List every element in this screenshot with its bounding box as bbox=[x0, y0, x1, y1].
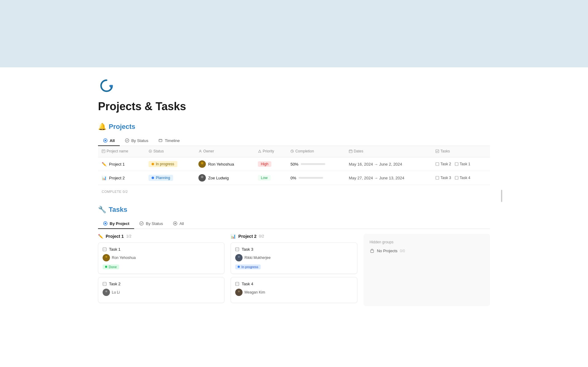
task3-avatar bbox=[235, 254, 243, 261]
tasks-column-project2-header: 📊 Project 2 0/2 bbox=[231, 234, 357, 239]
tab-all-tasks[interactable]: All bbox=[168, 219, 189, 229]
tab-by-status-tasks[interactable]: By Status bbox=[134, 219, 168, 229]
all-icon bbox=[103, 138, 108, 143]
tasks-col2-title: Project 2 bbox=[238, 234, 256, 239]
svg-rect-46 bbox=[236, 282, 239, 286]
projects-title: Projects bbox=[109, 123, 135, 131]
project2-emoji: 📊 bbox=[102, 176, 107, 180]
svg-rect-36 bbox=[103, 282, 106, 286]
svg-point-11 bbox=[200, 150, 201, 151]
page-title: Projects & Tasks bbox=[98, 100, 490, 113]
project1-avatar bbox=[198, 160, 206, 168]
table-row[interactable]: ✏️ Project 1 In progress bbox=[98, 157, 490, 171]
project2-dates: May 27, 2024 → June 13, 2024 bbox=[345, 171, 432, 185]
by-project-icon bbox=[103, 221, 108, 226]
project1-emoji: ✏️ bbox=[102, 162, 107, 167]
task2-owner: Lu Li bbox=[103, 289, 220, 296]
task3-status-row: In progress bbox=[235, 264, 352, 269]
tab-all-projects[interactable]: All bbox=[98, 136, 120, 146]
task-card-task4[interactable]: Task 4 Meagan Kim bbox=[231, 277, 357, 303]
tab-by-status-tasks-label: By Status bbox=[146, 221, 163, 226]
col-completion: Completion bbox=[287, 146, 345, 157]
task-card-task2[interactable]: Task 2 Lu Li bbox=[98, 277, 224, 303]
app-logo bbox=[98, 77, 115, 94]
svg-rect-21 bbox=[455, 163, 458, 166]
task3-name: Task 3 bbox=[242, 247, 253, 252]
scrollbar[interactable] bbox=[501, 190, 502, 202]
svg-rect-25 bbox=[455, 176, 458, 179]
tasks-section-header: 🔧 Tasks bbox=[98, 206, 490, 214]
tab-all-tasks-label: All bbox=[179, 221, 184, 226]
project2-owner-label: Zoe Ludwig bbox=[208, 176, 229, 180]
tasks-col2-count: 0/2 bbox=[259, 234, 264, 238]
task1-owner: Ron Yehoshua bbox=[103, 254, 220, 261]
timeline-icon bbox=[158, 138, 163, 143]
task1-status-row: Done bbox=[103, 264, 220, 269]
all-tasks-icon bbox=[173, 221, 178, 226]
svg-rect-24 bbox=[436, 176, 439, 179]
svg-point-50 bbox=[238, 290, 240, 292]
projects-table: Project name Status Owner bbox=[98, 146, 490, 185]
task4-card-title: Task 4 bbox=[235, 282, 352, 286]
projects-emoji: 🔔 bbox=[98, 123, 106, 131]
project1-status: In progress bbox=[145, 157, 195, 171]
project1-priority-badge: High bbox=[258, 161, 272, 167]
col-status: Status bbox=[145, 146, 195, 157]
table-row[interactable]: 📊 Project 2 Planning bbox=[98, 171, 490, 185]
task-card-task1[interactable]: Task 1 Ron Yehoshua Done bbox=[98, 242, 224, 274]
svg-point-35 bbox=[105, 256, 107, 258]
project1-completion-pct: 50% bbox=[290, 162, 298, 167]
project1-task2-label: Task 1 bbox=[460, 162, 470, 166]
task1-card-title: Task 1 bbox=[103, 247, 220, 252]
projects-tabs: All By Status Timeline bbox=[98, 136, 490, 146]
tab-by-project[interactable]: By Project bbox=[98, 219, 134, 229]
svg-rect-41 bbox=[236, 248, 239, 251]
tasks-title: Tasks bbox=[109, 206, 127, 214]
project2-avatar bbox=[198, 174, 206, 182]
task4-avatar bbox=[235, 289, 243, 296]
tasks-column-project1-header: ✏️ Project 1 1/2 bbox=[98, 234, 224, 239]
col-owner: Owner bbox=[195, 146, 254, 157]
tab-by-status-projects[interactable]: By Status bbox=[120, 136, 153, 146]
tab-timeline-projects[interactable]: Timeline bbox=[153, 136, 185, 146]
col-completion-label: Completion bbox=[295, 149, 314, 153]
tasks-column-project1: ✏️ Project 1 1/2 Task 1 Ron Yehoshua bbox=[98, 234, 224, 306]
task-card-task3[interactable]: Task 3 Rikki Mukherjee In progress bbox=[231, 242, 357, 274]
task1-status-dot bbox=[105, 266, 107, 268]
task3-status-dot bbox=[238, 266, 240, 268]
complete-value: 0/2 bbox=[123, 190, 128, 193]
task2-owner-name: Lu Li bbox=[112, 290, 120, 294]
project2-tasks: Task 3 Task 4 bbox=[432, 171, 490, 185]
no-projects-label: No Projects bbox=[377, 249, 398, 253]
task2-card-title: Task 2 bbox=[103, 282, 220, 286]
tasks-column-project2: 📊 Project 2 0/2 Task 3 Rikki Mukherjee bbox=[231, 234, 357, 306]
project1-completion: 50% bbox=[287, 157, 345, 171]
tasks-col1-emoji: ✏️ bbox=[98, 234, 103, 239]
tasks-emoji: 🔧 bbox=[98, 206, 106, 214]
task1-avatar bbox=[103, 254, 110, 261]
svg-rect-17 bbox=[436, 150, 439, 153]
project2-priority-badge: Low bbox=[258, 175, 271, 181]
tab-all-projects-label: All bbox=[110, 138, 115, 143]
content-area: Projects & Tasks 🔔 Projects All By Statu… bbox=[80, 67, 508, 324]
project2-name-label: Project 2 bbox=[109, 176, 125, 180]
project2-owner: Zoe Ludwig bbox=[195, 171, 254, 185]
tasks-section: 🔧 Tasks By Project By Status Al bbox=[98, 206, 490, 306]
task4-owner: Meagan Kim bbox=[235, 289, 352, 296]
project2-task4-label: Task 4 bbox=[460, 176, 470, 180]
complete-text: COMPLETE bbox=[102, 190, 122, 193]
tab-timeline-projects-label: Timeline bbox=[165, 138, 180, 143]
project1-task1-label: Task 2 bbox=[440, 162, 451, 166]
svg-rect-51 bbox=[371, 250, 374, 253]
tab-by-status-projects-label: By Status bbox=[131, 138, 149, 143]
svg-rect-31 bbox=[103, 248, 106, 251]
col-tasks-label: Tasks bbox=[440, 149, 450, 153]
project1-name: ✏️ Project 1 bbox=[98, 157, 145, 171]
projects-section-header: 🔔 Projects bbox=[98, 123, 490, 131]
col-priority-label: Priority bbox=[263, 149, 274, 153]
task1-status-label: Done bbox=[109, 265, 117, 269]
project2-priority: Low bbox=[254, 171, 287, 185]
svg-point-10 bbox=[150, 151, 151, 152]
task1-icon bbox=[103, 247, 107, 251]
svg-point-27 bbox=[105, 223, 106, 224]
